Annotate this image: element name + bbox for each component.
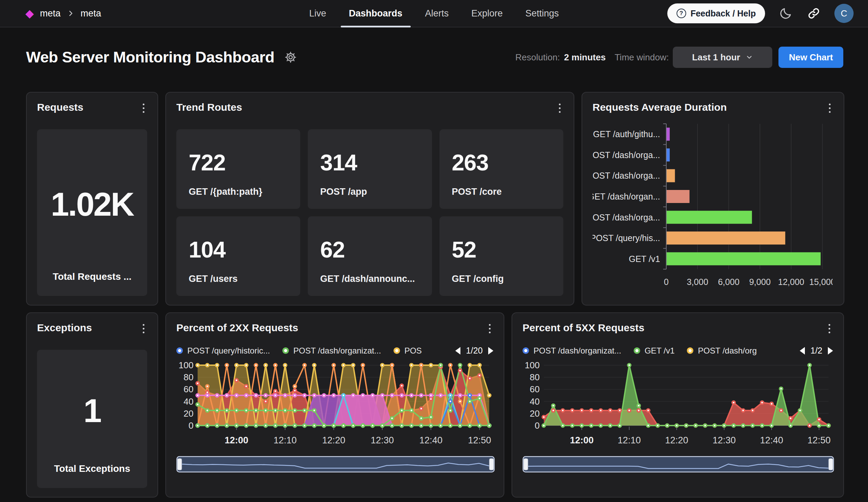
nav-tabs: Live Dashboards Alerts Explore Settings xyxy=(309,0,559,27)
legend-next-button[interactable] xyxy=(828,347,833,355)
exceptions-stat-tile: 1 Total Exceptions xyxy=(37,350,147,488)
time-window-dropdown[interactable]: Last 1 hour xyxy=(673,46,772,68)
percent-2xx-card: Percent of 2XX Requests POST /query/hist… xyxy=(165,312,504,498)
trend-route-label: POST /core xyxy=(452,187,551,200)
tab-dashboards[interactable]: Dashboards xyxy=(349,0,402,27)
svg-text:POST /dash/orga...: POST /dash/orga... xyxy=(592,171,660,180)
legend-item[interactable]: POST /dash/organizat... xyxy=(523,346,621,356)
trend-route-tile: 104GET /users xyxy=(176,216,300,296)
tab-alerts[interactable]: Alerts xyxy=(425,0,449,27)
legend-label: POST /dash/organizat... xyxy=(293,346,381,356)
percent-2xx-title: Percent of 2XX Requests xyxy=(176,322,298,334)
time-window-value: Last 1 hour xyxy=(692,52,740,63)
page-title: Web Server Monitoring Dashboard xyxy=(26,48,275,66)
nav-right-cluster: ? Feedback / Help C xyxy=(667,3,854,23)
navigator-handle[interactable] xyxy=(828,459,833,470)
navigator-track[interactable] xyxy=(523,457,834,472)
legend-item[interactable]: POST /dash/organizat... xyxy=(282,346,381,356)
percent-5xx-card: Percent of 5XX Requests POST /dash/organ… xyxy=(512,312,844,498)
legend-prev-button[interactable] xyxy=(800,347,805,355)
moon-icon xyxy=(779,7,793,20)
exceptions-card-menu-button[interactable] xyxy=(140,322,147,335)
percent-5xx-legend-pager: 1/2 xyxy=(800,346,833,356)
svg-text:40: 40 xyxy=(530,396,540,407)
svg-text:3,000: 3,000 xyxy=(687,277,709,287)
percent-2xx-range-scrollbar[interactable] xyxy=(176,456,495,472)
trend-route-value: 52 xyxy=(452,225,551,274)
navigator-handle[interactable] xyxy=(177,459,182,470)
trend-route-value: 62 xyxy=(320,225,419,274)
trend-route-value: 263 xyxy=(452,138,551,187)
svg-text:6,000: 6,000 xyxy=(718,277,740,287)
breadcrumb-current[interactable]: meta xyxy=(81,8,101,19)
svg-text:9,000: 9,000 xyxy=(749,277,771,287)
legend-label: POST /dash/org xyxy=(698,346,757,356)
trend-route-tile: 263POST /core xyxy=(440,129,564,209)
tab-live[interactable]: Live xyxy=(309,0,326,27)
brand-name[interactable]: meta xyxy=(40,8,61,19)
exceptions-card-title: Exceptions xyxy=(37,322,92,334)
user-avatar[interactable]: C xyxy=(834,4,854,23)
trend-route-tile: 722GET /{path:path} xyxy=(176,129,300,209)
requests-card-menu-button[interactable] xyxy=(140,102,147,115)
trend-routes-grid: 722GET /{path:path}314POST /app263POST /… xyxy=(176,129,564,296)
chevron-down-icon xyxy=(745,53,753,61)
svg-text:GET /dash/organ...: GET /dash/organ... xyxy=(592,192,660,201)
new-chart-button[interactable]: New Chart xyxy=(778,46,843,68)
svg-text:40: 40 xyxy=(184,396,194,407)
trend-route-tile: 52GET /config xyxy=(440,216,564,296)
tab-settings[interactable]: Settings xyxy=(525,0,559,27)
trend-route-label: POST /app xyxy=(320,187,419,200)
bar-1 xyxy=(666,148,670,161)
legend-prev-button[interactable] xyxy=(455,347,461,355)
chevron-right-icon xyxy=(67,10,74,17)
navigator-handle[interactable] xyxy=(489,459,494,470)
tab-explore[interactable]: Explore xyxy=(472,0,503,27)
avg-duration-title: Requests Average Duration xyxy=(592,102,727,113)
legend-label: POST /dash/organizat... xyxy=(534,346,621,356)
legend-dot-icon xyxy=(282,347,289,354)
bar-0 xyxy=(666,127,670,140)
svg-text:20: 20 xyxy=(530,408,540,419)
svg-text:100: 100 xyxy=(525,360,540,370)
legend-next-button[interactable] xyxy=(488,347,493,355)
avg-duration-menu-button[interactable] xyxy=(826,102,833,115)
navigator-handle[interactable] xyxy=(524,459,528,470)
question-circle-icon: ? xyxy=(676,9,686,18)
legend-page-indicator: 1/2 xyxy=(810,346,823,356)
percent-5xx-chart: 02040608010012:0012:1012:2012:3012:4012:… xyxy=(523,360,833,449)
trend-routes-menu-button[interactable] xyxy=(556,102,564,115)
legend-dot-icon xyxy=(176,347,183,354)
svg-text:0: 0 xyxy=(535,420,540,431)
trend-route-value: 722 xyxy=(189,138,288,187)
svg-text:12:10: 12:10 xyxy=(273,435,297,446)
dashboard-settings-button[interactable] xyxy=(284,51,297,64)
percent-5xx-range-scrollbar[interactable] xyxy=(523,456,834,472)
legend-item[interactable]: POST /dash/org xyxy=(687,346,757,356)
feedback-help-label: Feedback / Help xyxy=(691,9,756,19)
svg-text:60: 60 xyxy=(184,384,194,394)
svg-text:100: 100 xyxy=(179,360,194,370)
bar-3 xyxy=(666,190,690,203)
share-link-button[interactable] xyxy=(806,6,822,21)
legend-item[interactable]: GET /v1 xyxy=(634,346,675,356)
percent-5xx-legend: POST /dash/organizat...GET /v1POST /dash… xyxy=(523,346,833,356)
svg-text:12:10: 12:10 xyxy=(618,435,641,446)
bar-4 xyxy=(666,211,752,224)
svg-text:POST /query/his...: POST /query/his... xyxy=(592,233,660,243)
breadcrumb[interactable]: ◆ meta meta xyxy=(25,8,101,19)
svg-text:12,000: 12,000 xyxy=(778,277,804,287)
legend-dot-icon xyxy=(634,347,640,354)
legend-item[interactable]: POST /dash/organizat... xyxy=(393,346,422,356)
percent-5xx-navigator[interactable] xyxy=(523,456,833,474)
dark-mode-toggle[interactable] xyxy=(778,6,793,21)
avg-duration-card: Requests Average Duration 03,0006,0009,0… xyxy=(581,92,844,305)
total-requests-label: Total Requests ... xyxy=(53,271,132,288)
trend-route-value: 104 xyxy=(189,225,288,274)
percent-2xx-menu-button[interactable] xyxy=(486,322,493,335)
percent-5xx-menu-button[interactable] xyxy=(826,322,833,335)
svg-text:80: 80 xyxy=(530,372,540,382)
feedback-help-button[interactable]: ? Feedback / Help xyxy=(667,3,765,23)
percent-2xx-navigator[interactable] xyxy=(176,456,493,474)
legend-item[interactable]: POST /query/historic... xyxy=(176,346,270,356)
